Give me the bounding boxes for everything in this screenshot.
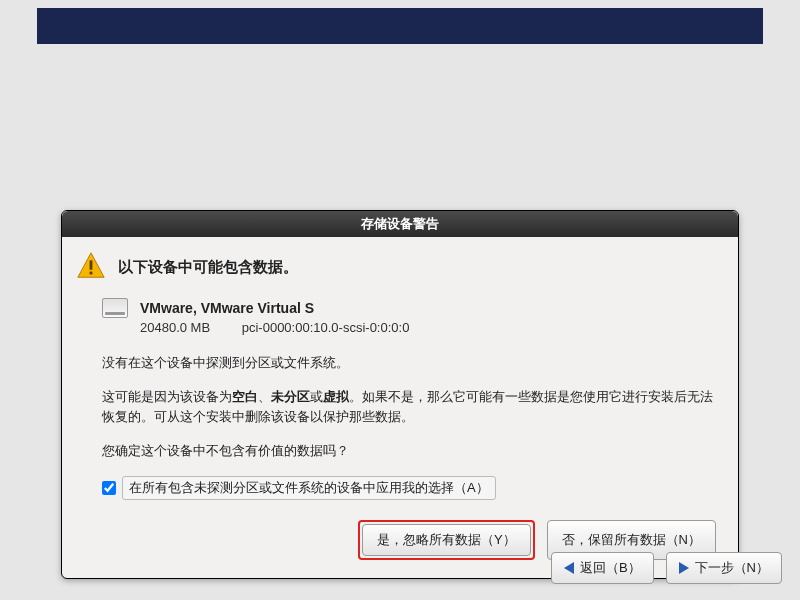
next-label: 下一步（N） bbox=[695, 559, 769, 577]
highlight-box: 是，忽略所有数据（Y） bbox=[358, 520, 535, 560]
device-size: 20480.0 MB bbox=[140, 320, 210, 335]
p2-b3: 虚拟 bbox=[323, 389, 349, 404]
apply-all-row: 在所有包含未探测分区或文件系统的设备中应用我的选择（A） bbox=[102, 476, 718, 500]
dialog-body: 以下设备中可能包含数据。 VMware, VMware Virtual S 20… bbox=[62, 237, 738, 578]
next-button[interactable]: 下一步（N） bbox=[666, 552, 782, 584]
disk-icon bbox=[102, 298, 128, 318]
device-name: VMware, VMware Virtual S bbox=[140, 300, 314, 316]
back-button[interactable]: 返回（B） bbox=[551, 552, 654, 584]
p2-s2: 或 bbox=[310, 389, 323, 404]
paragraph-1: 没有在这个设备中探测到分区或文件系统。 bbox=[102, 353, 718, 373]
wizard-nav: 返回（B） 下一步（N） bbox=[551, 552, 782, 584]
yes-discard-button[interactable]: 是，忽略所有数据（Y） bbox=[362, 524, 531, 556]
device-meta: 20480.0 MB pci-0000:00:10.0-scsi-0:0:0:0 bbox=[140, 320, 718, 335]
dialog-heading: 以下设备中可能包含数据。 bbox=[118, 258, 298, 277]
p2-b2: 未分区 bbox=[271, 389, 310, 404]
storage-warning-dialog: 存储设备警告 以下设备中可能包含数据。 VMware, VMware Virtu… bbox=[61, 210, 739, 579]
p2-pre: 这可能是因为该设备为 bbox=[102, 389, 232, 404]
apply-all-checkbox[interactable] bbox=[102, 481, 116, 495]
p2-s1: 、 bbox=[258, 389, 271, 404]
device-row: VMware, VMware Virtual S bbox=[102, 298, 718, 318]
svg-rect-1 bbox=[90, 260, 93, 269]
paragraph-2: 这可能是因为该设备为空白、未分区或虚拟。如果不是，那么它可能有一些数据是您使用它… bbox=[102, 387, 718, 427]
dialog-title: 存储设备警告 bbox=[62, 211, 738, 237]
warning-icon bbox=[76, 251, 106, 284]
arrow-left-icon bbox=[564, 562, 574, 574]
arrow-right-icon bbox=[679, 562, 689, 574]
device-path: pci-0000:00:10.0-scsi-0:0:0:0 bbox=[242, 320, 410, 335]
apply-all-label[interactable]: 在所有包含未探测分区或文件系统的设备中应用我的选择（A） bbox=[122, 476, 496, 500]
installer-banner bbox=[37, 8, 763, 44]
dialog-header-row: 以下设备中可能包含数据。 bbox=[76, 251, 718, 284]
p2-b1: 空白 bbox=[232, 389, 258, 404]
paragraph-3: 您确定这个设备中不包含有价值的数据吗？ bbox=[102, 441, 718, 461]
back-label: 返回（B） bbox=[580, 559, 641, 577]
svg-rect-2 bbox=[90, 272, 93, 275]
